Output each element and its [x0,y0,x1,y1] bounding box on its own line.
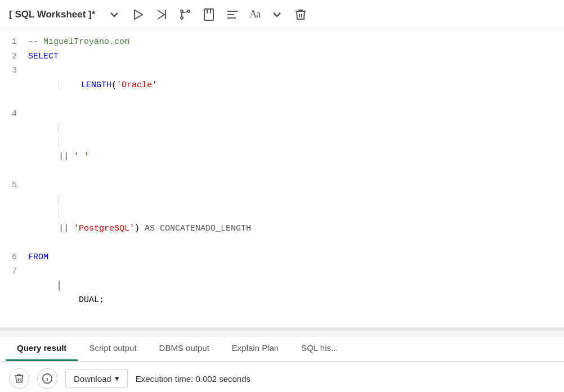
download-button[interactable]: Download ▾ [65,369,128,388]
delete-result-button[interactable] [9,368,29,389]
editor-line-5: 5 || 'PostgreSQL') AS CONCATENADO_LENGTH [0,178,564,250]
trash-icon[interactable] [294,8,307,21]
svg-marker-0 [135,10,142,19]
tab-script-output[interactable]: Script output [78,336,147,361]
chevron-down-icon[interactable] [108,8,121,21]
tab-dbms-output[interactable]: DBMS output [148,336,221,361]
editor-line-2: 2 SELECT [0,49,564,64]
run-script-icon[interactable] [155,8,168,21]
editor-line-1: 1 -- MiguelTroyano.com [0,35,564,49]
save-icon[interactable] [202,8,216,21]
format-icon[interactable] [226,8,239,21]
execution-time: Execution time: 0.002 seconds [136,374,250,384]
editor-line-4: 4 || ' ' [0,107,564,179]
editor-line-6: 6 FROM [0,250,564,265]
main-toolbar: [ SQL Worksheet ]* Aa [0,0,564,29]
result-tabs: Query result Script output DBMS output E… [0,336,564,362]
sql-editor[interactable]: 1 -- MiguelTroyano.com 2 SELECT 3 LENGTH… [0,29,564,331]
font-dropdown-icon[interactable] [270,8,284,21]
svg-rect-5 [204,9,213,20]
result-toolbar: Download ▾ Execution time: 0.002 seconds [0,362,564,392]
editor-scrollbar[interactable] [0,331,564,336]
download-dropdown-icon: ▾ [115,373,119,384]
git-branch-icon[interactable] [178,8,192,21]
editor-line-3: 3 LENGTH('Oracle' [0,64,564,107]
run-icon[interactable] [131,8,145,21]
info-button[interactable] [37,368,57,389]
download-label: Download [74,374,111,384]
editor-line-7: 7 DUAL; [0,264,564,322]
tab-explain-plan[interactable]: Explain Plan [221,336,290,361]
tab-query-result[interactable]: Query result [6,336,78,361]
tab-sql-history[interactable]: SQL his... [290,336,349,361]
font-icon[interactable]: Aa [249,8,260,20]
svg-point-4 [181,17,183,19]
worksheet-title: [ SQL Worksheet ]* [9,9,95,20]
